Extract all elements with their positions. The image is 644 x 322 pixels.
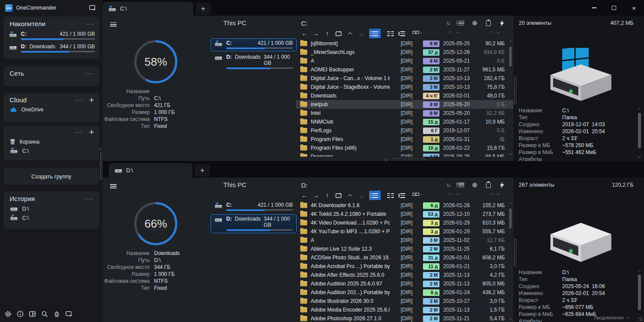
new-tab-button[interactable]: +	[195, 164, 210, 177]
actions-button[interactable]	[497, 181, 506, 189]
file-row[interactable]: ACDSee Photo Studi...te 2026 19.0.1.4391…	[296, 253, 513, 262]
sidebar-item-c[interactable]: C:\	[3, 146, 99, 155]
add-to-group-button[interactable]: +	[89, 129, 94, 135]
scroll-to-bottom-button[interactable]	[356, 191, 366, 200]
panel-divider-grip[interactable]	[514, 77, 517, 104]
file-row[interactable]: AOMEI Backupper[DIR]2 М2025-11-27961,5 М…	[296, 65, 513, 74]
forward-button[interactable]: →	[311, 191, 321, 200]
drives-menu-button[interactable]: ···	[86, 20, 94, 27]
group-by-button[interactable]	[456, 19, 466, 27]
assistant-button[interactable]	[50, 308, 63, 320]
scroll-to-bottom-button[interactable]	[356, 29, 366, 38]
file-row[interactable]: Digital Juice - Can...x - Volume 1 to 26…	[296, 74, 513, 83]
file-row[interactable]: 4K Tokkit 25.4.2.1080 + Portable[DIR]53 …	[296, 210, 513, 218]
sort-column-size[interactable]	[490, 31, 500, 33]
file-row[interactable]: 4K Downloader 6.1.6[DIR]6 д2026-01-26155…	[296, 201, 513, 210]
new-tab-button[interactable]: +	[196, 3, 211, 15]
panel-divider-grip[interactable]	[514, 238, 517, 266]
back-button[interactable]: ←	[299, 191, 310, 200]
actions-button[interactable]	[497, 19, 506, 27]
tab-d-drive[interactable]: D:\	[109, 163, 192, 178]
drive-item-d[interactable]: D:Downloads344 / 1 000 GB	[211, 214, 297, 233]
file-row[interactable]: inetpub[DIR]8 М2025-05-200 Б	[296, 100, 513, 109]
file-row[interactable]: Adobe Audition 2025 25.6.0.97[DIR]2 М202…	[296, 279, 513, 288]
file-row[interactable]: PerfLogs[DIR]6 Г2019-12-070 Б	[296, 126, 513, 135]
up-button[interactable]: ↑	[322, 29, 332, 38]
current-path[interactable]: C:	[301, 20, 443, 27]
sort-button[interactable]: ↑↓	[443, 19, 453, 27]
clipboard-button[interactable]	[483, 19, 493, 27]
sidebar-item-c[interactable]: C:\	[3, 213, 99, 222]
new-item-button[interactable]: ⊕	[470, 181, 480, 189]
drive-item-c[interactable]: C:421 / 1 000 GB	[3, 29, 99, 42]
view-columns-button[interactable]	[382, 191, 394, 200]
scroll-to-top-button[interactable]	[345, 191, 355, 200]
drive-item-c[interactable]: C:421 / 1 000 GB	[211, 200, 297, 213]
network-menu-button[interactable]: ···	[86, 70, 94, 77]
pane-menu-button[interactable]	[107, 19, 119, 30]
file-row[interactable]: A[DIR]8 М2025-05-210 Б	[296, 57, 513, 65]
history-menu-button[interactable]: ···	[86, 195, 94, 202]
file-row[interactable]: Intel[DIR]8 М2025-05-2082,2 КБ	[296, 109, 513, 117]
sidebar-item-d[interactable]: D:\	[3, 204, 99, 213]
file-row[interactable]: Adobe Photoshop 2026 27.1.0[DIR]2 М2025-…	[296, 314, 513, 322]
view-tree-button[interactable]	[396, 191, 408, 200]
sidebar-item-onedrive[interactable]: OneDrive	[3, 105, 99, 114]
view-columns-button[interactable]	[382, 29, 394, 38]
file-row[interactable]: Adobe Acrobat Pro ...) Portable by 7997[…	[296, 262, 513, 271]
pane-splitter[interactable]	[296, 157, 513, 161]
file-row[interactable]: Program Files[DIR]1 д2026-01-31	[296, 135, 513, 144]
scroll-to-top-button[interactable]	[345, 29, 355, 38]
location-title[interactable]: This PC	[196, 19, 274, 27]
details-scrollbar[interactable]	[637, 270, 641, 319]
sidebar-splitter[interactable]	[100, 148, 102, 180]
cloud-menu-button[interactable]: ···	[75, 97, 83, 103]
file-row[interactable]: Programs[DIR]4 М2025-09-2588,5 МБ	[296, 152, 513, 157]
file-row[interactable]: Adobe Audition 202...) Portable by 7997[…	[296, 288, 513, 297]
search-button[interactable]	[38, 308, 50, 320]
drive-item-c[interactable]: C:421 / 1 000 GB	[211, 38, 297, 51]
open-folder-up-button[interactable]	[333, 29, 344, 38]
current-path[interactable]: D:	[301, 181, 443, 189]
clipboard-button[interactable]	[483, 181, 493, 189]
new-window-button[interactable]	[88, 3, 97, 12]
sort-column-date[interactable]	[449, 193, 459, 195]
notifications-toggle[interactable]: Уведомления	[594, 315, 629, 320]
open-folder-up-button[interactable]	[333, 191, 344, 200]
view-grid-button[interactable]	[409, 29, 421, 38]
group-by-button[interactable]	[456, 181, 466, 189]
file-row[interactable]: _MinerSearchLogs[DIR]37 д2025-12-26934,9…	[296, 48, 513, 57]
back-button[interactable]: ←	[299, 29, 310, 38]
minimize-button[interactable]	[584, 0, 604, 16]
up-button[interactable]: ↑	[322, 191, 332, 200]
file-row[interactable]: 4K Video Download....1.0280 + Portable[D…	[296, 218, 513, 227]
file-row[interactable]: Ableton Live 12 Suite 12.3[DIR]2 М2025-1…	[296, 245, 513, 253]
file-list-scrollbar[interactable]	[508, 202, 513, 319]
sort-column-date[interactable]	[449, 31, 459, 33]
close-button[interactable]: ×	[624, 0, 644, 16]
layout-button[interactable]	[26, 308, 38, 320]
file-row[interactable]: 4K YouTube to MP3 ....1.0280 + Portable[…	[296, 227, 513, 236]
file-row[interactable]: Adobe Illustrator 2026 30.0[DIR]3 М2025-…	[296, 297, 513, 305]
file-row[interactable]: Adobe After Effects 2025 25.6.0[DIR]2 М2…	[296, 271, 513, 279]
file-row[interactable]: Digital Juice - StageBoxx - Volume 1 to …	[296, 83, 513, 91]
location-title[interactable]: This PC	[196, 181, 274, 188]
new-item-button[interactable]: ⊕	[470, 19, 480, 27]
file-list-scrollbar[interactable]	[508, 40, 513, 155]
details-scrollbar[interactable]	[637, 108, 641, 158]
sort-column-type[interactable]	[413, 193, 422, 195]
add-cloud-button[interactable]: +	[89, 97, 94, 103]
drive-item-d[interactable]: D:Downloads344 / 1 000 GB	[211, 52, 297, 71]
group-menu-button[interactable]: ···	[75, 129, 83, 135]
forward-button[interactable]: →	[311, 29, 321, 38]
drive-item-d[interactable]: D:Downloads344 / 1 000 GB	[3, 42, 99, 54]
view-details-button[interactable]	[369, 29, 381, 38]
sort-column-size[interactable]	[490, 193, 500, 195]
file-row[interactable]: NNMClub[DIR]15 д2026-01-1710,9 МБ	[296, 117, 513, 126]
create-group-button[interactable]: Создать группу	[3, 168, 99, 184]
view-tree-button[interactable]	[396, 29, 408, 38]
sort-button[interactable]: ↑↓	[443, 181, 453, 189]
sort-column-type[interactable]	[413, 31, 422, 33]
settings-button[interactable]	[2, 308, 14, 320]
info-button[interactable]	[14, 308, 26, 320]
